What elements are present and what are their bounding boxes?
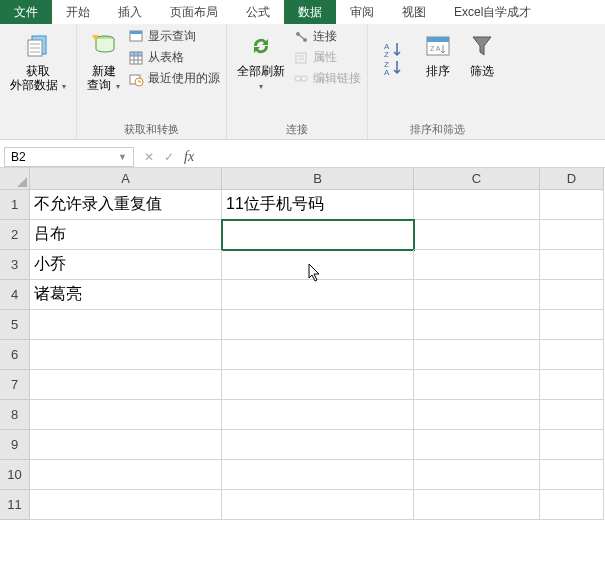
tab-custom[interactable]: Excel自学成才 [440,0,545,24]
name-box[interactable]: B2 ▼ [4,147,134,167]
row-header[interactable]: 8 [0,400,30,430]
group-label [37,123,40,137]
cell-D5[interactable] [540,310,604,340]
row-header[interactable]: 9 [0,430,30,460]
tab-home[interactable]: 开始 [52,0,104,24]
refresh-all-button[interactable]: 全部刷新▾ [233,28,289,96]
row-header[interactable]: 10 [0,460,30,490]
row-header[interactable]: 2 [0,220,30,250]
row-header[interactable]: 11 [0,490,30,520]
cell-C5[interactable] [414,310,540,340]
cell-A7[interactable] [30,370,222,400]
cell-B2[interactable] [222,220,414,250]
name-box-dropdown-icon[interactable]: ▼ [118,152,127,162]
cell-A6[interactable] [30,340,222,370]
cell-D6[interactable] [540,340,604,370]
cell-C9[interactable] [414,430,540,460]
refresh-all-label: 全部刷新 [237,64,285,78]
cell-D8[interactable] [540,400,604,430]
formula-bar: B2 ▼ ✕ ✓ fx [0,140,605,168]
cell-C4[interactable] [414,280,540,310]
cell-A10[interactable] [30,460,222,490]
cell-A8[interactable] [30,400,222,430]
cell-C10[interactable] [414,460,540,490]
tab-file[interactable]: 文件 [0,0,52,24]
cell-C2[interactable] [414,220,540,250]
cell-A1[interactable]: 不允许录入重复值 [30,190,222,220]
cell-D1[interactable] [540,190,604,220]
cell-B8[interactable] [222,400,414,430]
cell-D2[interactable] [540,220,604,250]
cell-A5[interactable] [30,310,222,340]
cell-B10[interactable] [222,460,414,490]
cell-D10[interactable] [540,460,604,490]
cell-C1[interactable] [414,190,540,220]
cell-A11[interactable] [30,490,222,520]
cell-B3[interactable] [222,250,414,280]
row-header[interactable]: 7 [0,370,30,400]
show-query-button[interactable]: 显示查询 [128,28,220,45]
dropdown-icon: ▾ [116,82,120,91]
cell-A9[interactable] [30,430,222,460]
row-header[interactable]: 5 [0,310,30,340]
cell-B7[interactable] [222,370,414,400]
sort-az-button[interactable]: AZ ZA [374,28,414,82]
cell-D7[interactable] [540,370,604,400]
spreadsheet-grid: A B C D 1 2 3 4 5 6 7 8 9 10 11 不允许录入重复值… [0,168,605,584]
from-table-button[interactable]: 从表格 [128,49,220,66]
cell-C7[interactable] [414,370,540,400]
cell-B1[interactable]: 11位手机号码 [222,190,414,220]
fx-icon[interactable]: fx [184,149,194,165]
database-icon [22,30,54,62]
svg-rect-14 [130,52,142,56]
connections-button[interactable]: 连接 [293,28,361,45]
tab-data[interactable]: 数据 [284,0,336,24]
tab-insert[interactable]: 插入 [104,0,156,24]
tab-formulas[interactable]: 公式 [232,0,284,24]
new-query-label: 新建 查询 [87,64,115,92]
tab-review[interactable]: 审阅 [336,0,388,24]
select-all-button[interactable] [0,168,30,190]
tab-view[interactable]: 视图 [388,0,440,24]
sort-button[interactable]: Z A 排序 [418,28,458,80]
row-header[interactable]: 1 [0,190,30,220]
properties-icon [293,50,309,66]
edit-links-label: 编辑链接 [313,70,361,87]
svg-rect-24 [301,76,307,81]
formula-input[interactable] [204,147,605,167]
filter-button[interactable]: 筛选 [462,28,502,80]
cell-C8[interactable] [414,400,540,430]
cell-B5[interactable] [222,310,414,340]
new-query-icon [88,30,120,62]
cancel-icon: ✕ [144,150,154,164]
cell-A3[interactable]: 小乔 [30,250,222,280]
col-header-D[interactable]: D [540,168,604,190]
cell-D4[interactable] [540,280,604,310]
row-header[interactable]: 4 [0,280,30,310]
tab-layout[interactable]: 页面布局 [156,0,232,24]
cell-D9[interactable] [540,430,604,460]
get-external-data-label: 获取 外部数据 [10,64,58,92]
cell-D11[interactable] [540,490,604,520]
cell-C11[interactable] [414,490,540,520]
cell-C6[interactable] [414,340,540,370]
cell-B6[interactable] [222,340,414,370]
cell-B4[interactable] [222,280,414,310]
cell-A2[interactable]: 吕布 [30,220,222,250]
recent-sources-button[interactable]: 最近使用的源 [128,70,220,87]
edit-links-icon [293,71,309,87]
get-external-data-button[interactable]: 获取 外部数据 ▾ [6,28,70,96]
col-header-B[interactable]: B [222,168,414,190]
new-query-button[interactable]: 新建 查询 ▾ [83,28,123,96]
connections-label: 连接 [313,28,337,45]
row-header[interactable]: 3 [0,250,30,280]
col-header-C[interactable]: C [414,168,540,190]
cell-B11[interactable] [222,490,414,520]
cell-B9[interactable] [222,430,414,460]
svg-text:A: A [384,68,390,76]
col-header-A[interactable]: A [30,168,222,190]
cell-D3[interactable] [540,250,604,280]
cell-A4[interactable]: 诸葛亮 [30,280,222,310]
cell-C3[interactable] [414,250,540,280]
row-header[interactable]: 6 [0,340,30,370]
